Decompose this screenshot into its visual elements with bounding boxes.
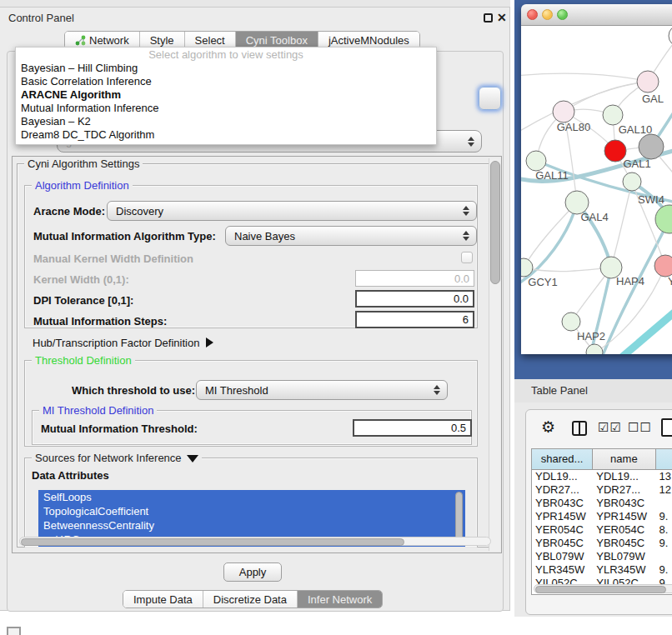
table-panel-title: Table Panel bbox=[531, 384, 588, 397]
algorithm-option[interactable]: Mutual Information Inference bbox=[16, 102, 436, 115]
network-node[interactable] bbox=[655, 205, 672, 233]
apply-button[interactable]: Apply bbox=[223, 562, 282, 582]
table-row[interactable]: YLR345WYLR345W9. bbox=[532, 563, 672, 577]
table-cell: YBL079W bbox=[593, 550, 655, 563]
kernel-width-field[interactable] bbox=[355, 270, 474, 287]
algorithm-option[interactable]: Bayesian – K2 bbox=[16, 115, 436, 128]
table-row[interactable]: YBR043CYBR043C bbox=[532, 497, 672, 510]
file-icon[interactable] bbox=[661, 418, 672, 437]
network-node-label: GAL80 bbox=[557, 121, 590, 133]
network-canvas[interactable]: GALGAL80GAL10GAL1GAL11SWI4GAL4GCY1HAP4YH… bbox=[521, 26, 672, 354]
algorithm-option[interactable]: Dream8 DC_TDC Algorithm bbox=[16, 128, 436, 142]
minimize-traffic-light-icon[interactable] bbox=[542, 9, 553, 20]
tab-impute-data[interactable]: Impute Data bbox=[123, 591, 203, 608]
network-edge[interactable] bbox=[564, 82, 648, 112]
columns-icon[interactable] bbox=[572, 421, 587, 436]
network-edge[interactable] bbox=[611, 182, 632, 268]
network-window-titlebar[interactable] bbox=[521, 4, 672, 26]
combo-arrows-icon bbox=[434, 385, 440, 395]
table-cell: YLR345W bbox=[593, 563, 655, 577]
table-cell: 9. bbox=[655, 510, 672, 523]
table-body: YDL19...YDL19...13YDR27...YDR27...12YBR0… bbox=[532, 470, 672, 585]
partial-panel-icon[interactable] bbox=[7, 627, 21, 635]
algorithm-option[interactable]: Bayesian – Hill Climbing bbox=[16, 62, 436, 75]
zoom-traffic-light-icon[interactable] bbox=[557, 9, 568, 20]
column-header[interactable]: name bbox=[593, 449, 655, 469]
table-cell: YBR045C bbox=[593, 537, 655, 550]
tab-cyni-toolbox[interactable]: Cyni Toolbox bbox=[236, 32, 318, 48]
network-graph: GALGAL80GAL10GAL1GAL11SWI4GAL4GCY1HAP4YH… bbox=[521, 26, 672, 354]
table-cell: 8. bbox=[655, 523, 672, 537]
network-edge[interactable] bbox=[619, 301, 672, 354]
gear-icon[interactable]: ⚙ bbox=[541, 418, 555, 437]
table-row[interactable]: YDL19...YDL19...13 bbox=[532, 470, 672, 483]
network-node[interactable] bbox=[654, 255, 672, 277]
network-node[interactable] bbox=[639, 134, 664, 159]
table-toolbar: ⚙ ☑☑ ☐☐ bbox=[526, 415, 672, 443]
table-row[interactable]: YPR145WYPR145W9. bbox=[532, 510, 672, 523]
close-panel-icon[interactable]: ✕ bbox=[497, 11, 507, 24]
hub-expander[interactable]: Hub/Transcription Factor Definition bbox=[33, 337, 213, 349]
network-node[interactable] bbox=[669, 26, 672, 47]
scrollbar-thumb[interactable] bbox=[490, 161, 500, 284]
table-cell bbox=[655, 497, 672, 510]
mi-type-combo[interactable]: Naive Bayes bbox=[225, 226, 477, 246]
network-node[interactable] bbox=[637, 71, 659, 92]
which-threshold-combo[interactable]: MI Threshold bbox=[196, 380, 448, 400]
tab-select[interactable]: Select bbox=[185, 32, 236, 48]
focused-combo-fragment[interactable] bbox=[479, 87, 501, 110]
network-edge[interactable] bbox=[524, 202, 577, 268]
network-node-label: GCY1 bbox=[528, 276, 557, 288]
close-traffic-light-icon[interactable] bbox=[527, 9, 538, 20]
network-node[interactable] bbox=[562, 312, 580, 331]
network-edge[interactable] bbox=[521, 73, 648, 82]
algorithm-definition-group: Algorithm Definition Aracne Mode: Discov… bbox=[24, 185, 478, 328]
column-header[interactable]: shared... bbox=[532, 449, 593, 469]
checked-boxes-icon[interactable]: ☑☑ bbox=[598, 420, 622, 435]
network-node-label: GAL bbox=[642, 92, 664, 105]
table-row[interactable]: YDR27...YDR27...12 bbox=[532, 483, 672, 497]
table-row[interactable]: YBR045CYBR045C9. bbox=[532, 537, 672, 550]
attributes-scrollbar[interactable] bbox=[455, 492, 463, 543]
unchecked-boxes-icon[interactable]: ☐☐ bbox=[628, 420, 652, 435]
network-node[interactable] bbox=[603, 105, 623, 125]
settings-vertical-scrollbar[interactable] bbox=[489, 158, 500, 551]
table-cell: YBL079W bbox=[532, 550, 593, 563]
table-row[interactable]: YER054CYER054C8. bbox=[532, 523, 672, 537]
settings-horizontal-scrollbar[interactable] bbox=[19, 537, 491, 546]
network-node[interactable] bbox=[526, 151, 546, 171]
algorithm-option[interactable]: ARACNE Algorithm bbox=[16, 88, 436, 102]
table-row[interactable]: YBL079WYBL079W bbox=[532, 550, 672, 563]
aracne-mode-combo[interactable]: Discovery bbox=[107, 201, 477, 221]
algorithm-option[interactable]: Basic Correlation Inference bbox=[16, 75, 436, 88]
mi-steps-field[interactable] bbox=[355, 311, 474, 328]
manual-kernel-checkbox[interactable] bbox=[461, 252, 473, 263]
data-attribute-item[interactable]: BetweennessCentrality bbox=[38, 518, 465, 532]
scrollbar-thumb[interactable] bbox=[21, 538, 404, 546]
dpi-tolerance-field[interactable] bbox=[355, 290, 474, 308]
algorithm-dropdown-list: Bayesian – Hill ClimbingBasic Correlatio… bbox=[16, 62, 436, 142]
cytoscape-desktop: GALGAL80GAL10GAL1GAL11SWI4GAL4GCY1HAP4YH… bbox=[514, 0, 672, 379]
sources-group-title[interactable]: Sources for Network Inference bbox=[32, 452, 202, 464]
table-horizontal-scrollbar[interactable] bbox=[534, 584, 672, 593]
column-header[interactable]: A bbox=[656, 449, 672, 469]
data-attribute-item[interactable]: TopologicalCoefficient bbox=[38, 504, 465, 518]
control-panel-window: Control Panel ✕ NetworkStyleSelectCyni T… bbox=[0, 7, 510, 611]
table-cell: 12 bbox=[655, 483, 672, 497]
aracne-mode-value: Discovery bbox=[108, 205, 463, 218]
sources-group: Sources for Network Inference Data Attri… bbox=[24, 458, 478, 548]
network-node[interactable] bbox=[553, 101, 574, 122]
tab-network[interactable]: Network bbox=[65, 32, 140, 48]
table-cell: 13 bbox=[655, 470, 672, 483]
network-view-window[interactable]: GALGAL80GAL10GAL1GAL11SWI4GAL4GCY1HAP4YH… bbox=[521, 4, 672, 354]
tab-style[interactable]: Style bbox=[140, 32, 185, 48]
data-attribute-item[interactable]: SelfLoops bbox=[38, 490, 465, 504]
tab-jactivemnodules[interactable]: jActiveMNodules bbox=[318, 32, 419, 48]
float-panel-icon[interactable] bbox=[484, 13, 493, 22]
scrollbar-thumb[interactable] bbox=[535, 586, 666, 593]
network-node[interactable] bbox=[623, 172, 641, 191]
mi-threshold-field[interactable] bbox=[353, 419, 472, 437]
cyni-settings-group-title: Cyni Algorithm Settings bbox=[24, 158, 143, 170]
tab-discretize-data[interactable]: Discretize Data bbox=[203, 591, 298, 608]
tab-infer-network[interactable]: Infer Network bbox=[298, 591, 382, 608]
